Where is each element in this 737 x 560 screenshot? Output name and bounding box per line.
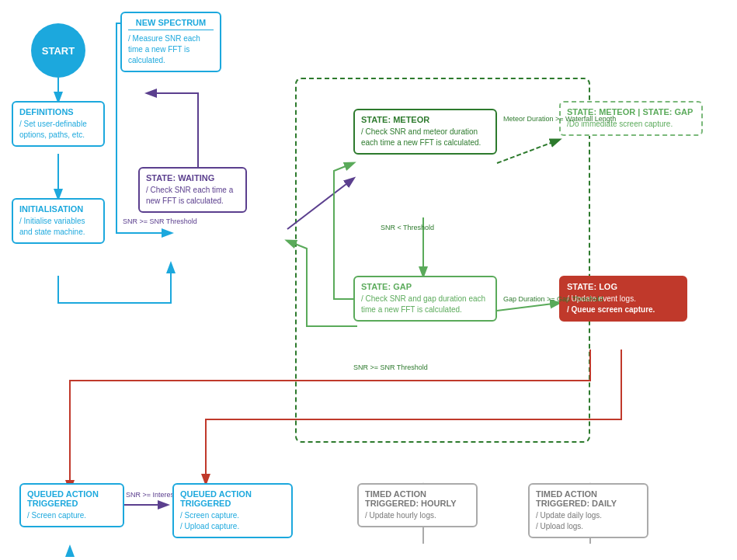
queued-action-1-node: QUEUED ACTION TRIGGERED / Screen capture…	[19, 483, 124, 527]
snr-threshold2-label: SNR >= SNR Threshold	[353, 363, 428, 373]
svg-line-4	[497, 140, 559, 163]
definitions-node: DEFINITIONS / Set user-definable options…	[12, 101, 105, 147]
snr-threshold-label: SNR >= SNR Threshold	[123, 217, 197, 227]
state-waiting-node: STATE: WAITING / Check SNR each time a n…	[138, 167, 247, 213]
svg-line-2	[287, 179, 353, 229]
snr-less-label: SNR < Threshold	[381, 224, 434, 233]
meteor-duration-label: Meteor Duration >= Waterfall Length	[503, 115, 616, 124]
state-gap-node: STATE: GAP / Check SNR and gap duration …	[353, 276, 497, 322]
initialisation-node: INITIALISATION / Initialise variables an…	[12, 198, 105, 244]
diagram: START DEFINITIONS / Set user-definable o…	[0, 0, 737, 560]
timed-daily-node: TIMED ACTION TRIGGERED: DAILY / Update d…	[528, 483, 648, 538]
start-node: START	[31, 23, 85, 78]
queued-action-2-node: QUEUED ACTION TRIGGERED / Screen capture…	[172, 483, 293, 538]
gap-duration-label: Gap Duration >= Gap Threshold	[503, 295, 603, 304]
new-spectrum-node: NEW SPECTRUM / Measure SNR each time a n…	[120, 12, 221, 72]
state-meteor-node: STATE: METEOR / Check SNR and meteor dur…	[353, 109, 497, 155]
timed-hourly-node: TIMED ACTION TRIGGERED: HOURLY / Update …	[357, 483, 478, 527]
